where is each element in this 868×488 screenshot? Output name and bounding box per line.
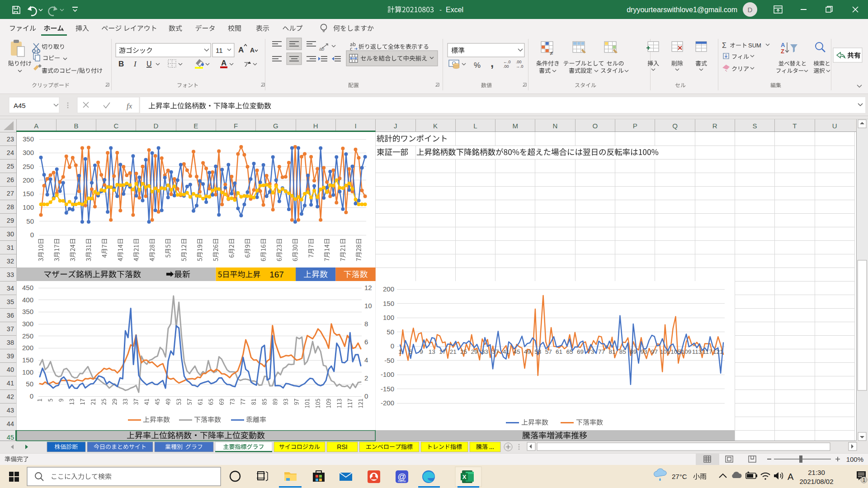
svg-text:6: 6	[364, 338, 368, 346]
svg-text:Q: Q	[672, 122, 678, 130]
svg-text:fx: fx	[127, 102, 132, 110]
svg-text:40: 40	[7, 366, 14, 373]
svg-text:12: 12	[364, 284, 372, 291]
svg-text:≠: ≠	[550, 50, 553, 56]
svg-text:25: 25	[460, 348, 467, 355]
svg-text:50: 50	[387, 328, 394, 336]
svg-text:43: 43	[7, 407, 14, 414]
svg-text:31: 31	[7, 244, 14, 251]
svg-text:-150: -150	[381, 385, 394, 393]
svg-text:200: 200	[22, 344, 33, 352]
svg-text:A: A	[250, 47, 255, 54]
svg-text:9: 9	[420, 348, 423, 355]
svg-text:37: 37	[7, 325, 14, 333]
svg-text:93: 93	[641, 348, 647, 355]
svg-text:100: 100	[22, 368, 33, 376]
svg-text:0: 0	[364, 392, 368, 400]
svg-text:5: 5	[409, 348, 413, 355]
svg-text:41: 41	[7, 380, 14, 387]
svg-text:27°C: 27°C	[672, 473, 687, 480]
svg-text:450: 450	[22, 284, 33, 291]
svg-text:150: 150	[23, 190, 34, 197]
svg-text:J: J	[394, 122, 397, 130]
svg-text:100%: 100%	[846, 455, 863, 463]
svg-text:A: A	[781, 42, 785, 48]
svg-text:M: M	[513, 122, 519, 130]
svg-text:97: 97	[651, 348, 658, 355]
svg-text:33: 33	[7, 271, 14, 278]
svg-text:N: N	[553, 122, 558, 130]
svg-text:R: R	[712, 122, 717, 130]
svg-text:33: 33	[481, 348, 488, 355]
svg-text:P: P	[633, 122, 637, 130]
svg-text:B: B	[74, 122, 78, 130]
svg-text:29: 29	[471, 348, 478, 355]
svg-text:L: L	[473, 122, 477, 130]
svg-text:250: 250	[23, 163, 34, 170]
svg-text:44: 44	[7, 420, 14, 427]
svg-text:28: 28	[7, 203, 14, 211]
svg-text:A45: A45	[14, 102, 26, 109]
svg-text:T: T	[793, 122, 797, 130]
svg-text:H: H	[313, 122, 318, 130]
svg-text:U: U	[832, 122, 837, 130]
svg-text:50: 50	[26, 217, 34, 225]
svg-text:45: 45	[513, 348, 520, 355]
svg-text:150: 150	[383, 300, 394, 307]
svg-text:300: 300	[22, 320, 33, 328]
svg-text:1: 1	[398, 348, 402, 355]
svg-text:36: 36	[7, 312, 14, 319]
svg-text:69: 69	[577, 348, 584, 355]
svg-text:117: 117	[703, 348, 712, 355]
svg-text:dryyourtearswithlove1@gmail.co: dryyourtearswithlove1@gmail.com	[627, 6, 737, 14]
svg-text:A: A	[238, 46, 244, 54]
svg-text:113: 113	[692, 348, 702, 355]
svg-text:29: 29	[7, 217, 14, 224]
svg-text:25: 25	[7, 163, 14, 170]
svg-text:K: K	[433, 122, 438, 130]
svg-text:C: C	[113, 122, 118, 130]
svg-text:150: 150	[22, 356, 33, 364]
svg-text:73: 73	[587, 348, 594, 355]
svg-text:-50: -50	[384, 357, 394, 364]
svg-text:4: 4	[364, 356, 368, 364]
svg-text:10: 10	[364, 302, 372, 310]
svg-text:I: I	[354, 122, 356, 130]
svg-text:.00: .00	[503, 64, 509, 69]
svg-text:O: O	[593, 122, 598, 130]
svg-text:D: D	[154, 122, 159, 130]
svg-text:38: 38	[7, 339, 14, 346]
svg-text:34: 34	[7, 285, 14, 292]
svg-text:23: 23	[7, 136, 14, 143]
svg-text:2021/08/02: 2021/08/02	[799, 478, 833, 485]
svg-text:109: 109	[681, 348, 692, 355]
svg-text:-100: -100	[381, 371, 394, 378]
svg-text:32: 32	[7, 258, 14, 265]
svg-text:85: 85	[619, 348, 626, 355]
svg-text:0: 0	[30, 231, 34, 239]
svg-text:200: 200	[23, 176, 34, 184]
svg-text:11: 11	[216, 47, 223, 54]
svg-text:26: 26	[7, 176, 14, 183]
svg-text:350: 350	[23, 135, 34, 143]
svg-text:1: 1	[863, 477, 865, 483]
svg-text:SUM: SUM	[748, 42, 761, 49]
svg-text:81: 81	[609, 348, 615, 355]
svg-text:,: ,	[491, 56, 494, 70]
svg-text:%: %	[474, 61, 481, 70]
svg-text:Σ: Σ	[722, 42, 726, 49]
svg-text:61: 61	[556, 348, 562, 355]
svg-text:41: 41	[503, 348, 509, 355]
svg-text:RSI: RSI	[337, 443, 347, 450]
svg-text:300: 300	[23, 149, 34, 156]
svg-text:2: 2	[364, 374, 368, 382]
svg-text:ab: ab	[319, 47, 325, 52]
svg-text:65: 65	[566, 348, 573, 355]
svg-text:30: 30	[7, 230, 14, 238]
svg-text:57: 57	[545, 348, 552, 355]
svg-text:X: X	[462, 474, 467, 480]
svg-text:45: 45	[7, 434, 14, 441]
svg-text:B: B	[118, 60, 124, 68]
svg-text:49: 49	[524, 348, 531, 355]
svg-text:A: A	[34, 122, 38, 130]
